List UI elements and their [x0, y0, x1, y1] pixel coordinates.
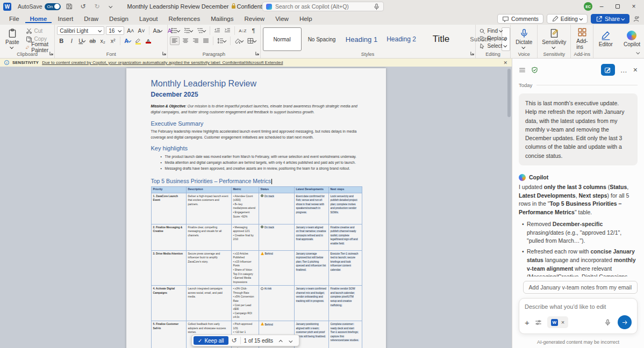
catch-up-icon[interactable] [633, 16, 640, 23]
undo-icon[interactable]: ↺ [78, 2, 89, 11]
next-edit-icon[interactable] [287, 337, 295, 344]
document-page[interactable]: Monthly Leadership Review December 2025 … [126, 68, 386, 348]
tab-references[interactable]: References [163, 15, 205, 23]
bold-button[interactable]: B [57, 37, 66, 45]
search-input[interactable] [275, 3, 370, 10]
style-heading2[interactable]: Heading 2 [382, 27, 421, 51]
sensitivity-button[interactable]: Sensitivity [539, 26, 569, 51]
change-case-icon[interactable]: Aa [152, 26, 164, 35]
tab-home[interactable]: Home [25, 15, 52, 23]
share-button[interactable]: Share [591, 14, 629, 24]
tab-mailings[interactable]: Mailings [206, 15, 238, 23]
suggestion-chip[interactable]: Add January v-team notes from my email [523, 281, 638, 294]
autosave-toggle[interactable]: On [45, 3, 61, 10]
sensitivity-banner-close-icon[interactable]: ✕ [503, 60, 507, 66]
document-context-chip[interactable]: W × [547, 316, 568, 328]
mic-icon[interactable] [373, 3, 380, 10]
document-canvas[interactable]: Monthly Leadership Review December 2025 … [0, 67, 512, 348]
menu-icon[interactable] [519, 67, 526, 74]
close-button[interactable]: × [627, 1, 641, 12]
tab-file[interactable]: File [4, 15, 24, 23]
strikethrough-button[interactable]: ab [88, 37, 97, 45]
tab-insert[interactable]: Insert [53, 15, 78, 23]
borders-icon[interactable] [246, 37, 257, 45]
restore-button[interactable] [611, 1, 625, 12]
new-chat-button[interactable] [601, 64, 615, 76]
justify-button[interactable] [202, 37, 210, 45]
editing-mode-button[interactable]: Editing [547, 14, 588, 24]
minimize-button[interactable]: – [595, 1, 609, 12]
cut-button[interactable]: Cut [25, 27, 53, 34]
style-heading1[interactable]: Heading 1 [342, 27, 381, 51]
select-button[interactable]: Select [478, 42, 509, 49]
replace-button[interactable]: Replace [478, 35, 509, 42]
copilot-button[interactable]: Copilot [620, 26, 643, 51]
styles-dialog-launcher[interactable] [470, 49, 474, 57]
sort-icon[interactable]: A↓Z [238, 26, 247, 35]
format-painter-button[interactable]: Format Painter [25, 44, 53, 50]
style-normal[interactable]: Normal [263, 27, 302, 51]
align-left-button[interactable] [170, 37, 180, 45]
bullet-list-icon[interactable] [170, 26, 181, 35]
text-effects-button[interactable]: A [123, 37, 132, 45]
font-dialog-launcher[interactable] [162, 49, 166, 57]
underline-button[interactable]: U [77, 37, 87, 45]
clipboard-dialog-launcher[interactable] [49, 49, 53, 57]
align-right-button[interactable] [191, 37, 200, 45]
search-bar[interactable] [262, 2, 384, 11]
superscript-button[interactable]: x² [109, 37, 117, 45]
voice-input-icon[interactable] [604, 319, 611, 326]
add-content-icon[interactable]: + [525, 318, 529, 327]
undo-edit-icon[interactable]: ↺ [232, 337, 237, 344]
shading-icon[interactable] [233, 37, 245, 45]
shield-check-icon[interactable] [531, 67, 538, 74]
scrollbar-thumb[interactable] [507, 69, 511, 117]
copilot-conversation[interactable]: This is last month's executive update. H… [519, 93, 638, 277]
subscript-button[interactable]: x₂ [98, 37, 107, 45]
paragraph-dialog-launcher[interactable] [255, 49, 259, 57]
avatar[interactable]: EC [584, 2, 592, 11]
copilot-input-card[interactable]: + W × [519, 298, 638, 334]
align-center-button[interactable] [181, 37, 190, 45]
close-panel-icon[interactable]: × [633, 66, 638, 74]
style-no-spacing[interactable]: No Spacing [303, 27, 341, 51]
highlight-button[interactable] [134, 37, 142, 45]
sensitivity-banner-message[interactable]: Due to content created by Copilot, your … [42, 60, 283, 65]
line-spacing-icon[interactable] [216, 37, 227, 45]
copilot-prompt-input[interactable] [525, 303, 632, 310]
style-title[interactable]: Title [422, 27, 461, 51]
dictate-button[interactable]: Dictate [512, 26, 535, 51]
document-scrollbar[interactable] [507, 68, 511, 338]
italic-button[interactable]: I [67, 37, 76, 45]
font-color-button[interactable]: A [144, 37, 153, 45]
multilevel-list-icon[interactable] [196, 26, 207, 35]
tab-design[interactable]: Design [104, 15, 133, 23]
show-paragraph-marks-icon[interactable]: ¶ [249, 26, 258, 35]
prompt-options-icon[interactable] [535, 319, 542, 326]
previous-edit-icon[interactable] [276, 337, 284, 344]
numbered-list-icon[interactable] [183, 26, 194, 35]
increase-indent-icon[interactable] [223, 26, 232, 35]
shrink-font-icon[interactable]: A˅ [137, 26, 146, 35]
keep-all-button[interactable]: ✓Keep all [194, 336, 228, 345]
find-button[interactable]: Find [478, 27, 504, 34]
paste-button[interactable]: Paste [2, 26, 23, 51]
editor-button[interactable]: Editor [596, 26, 616, 51]
remove-context-icon[interactable]: × [561, 319, 564, 325]
tab-draw[interactable]: Draw [79, 15, 103, 23]
font-name-select[interactable]: Calibri Light [57, 26, 104, 35]
decrease-indent-icon[interactable] [213, 26, 221, 35]
more-options-icon[interactable]: … [620, 66, 628, 74]
addins-button[interactable]: Add-ins [573, 26, 591, 51]
tab-help[interactable]: Help [295, 15, 317, 23]
send-button[interactable] [618, 315, 632, 329]
grow-font-icon[interactable]: A˄ [126, 26, 135, 35]
font-size-select[interactable]: 16 [106, 26, 124, 35]
comments-button[interactable]: Comments [497, 14, 543, 24]
tab-view[interactable]: View [270, 15, 294, 23]
document-title[interactable]: Monthly Leadership Review December [127, 3, 229, 10]
tab-review[interactable]: Review [239, 15, 269, 23]
tab-layout[interactable]: Layout [134, 15, 163, 23]
quick-access-menu-icon[interactable] [106, 2, 117, 11]
redo-icon[interactable]: ↻ [92, 2, 103, 11]
